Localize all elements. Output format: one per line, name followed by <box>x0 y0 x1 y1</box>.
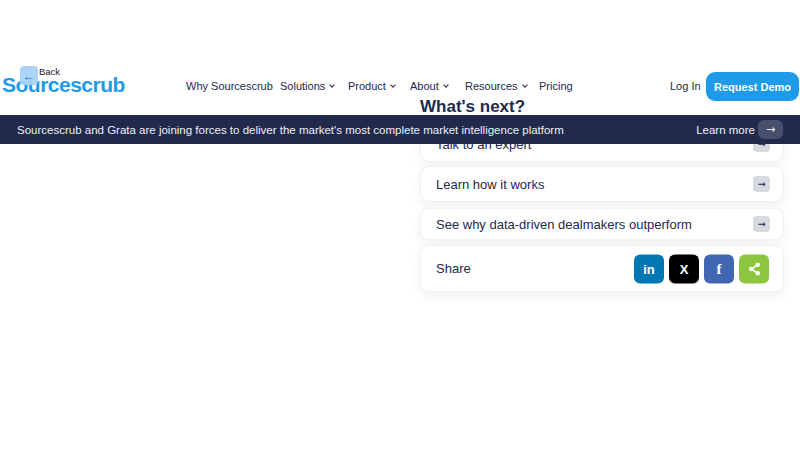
nav-item-pricing[interactable]: Pricing <box>539 80 573 92</box>
share-buttons: in X f <box>634 254 769 283</box>
linkedin-share-button[interactable]: in <box>634 254 664 283</box>
nav-item-solutions[interactable]: Solutions <box>280 80 334 92</box>
card-learn-how-it-works[interactable]: Learn how it works → <box>420 166 784 202</box>
learn-more-arrow-button[interactable]: → <box>758 120 783 139</box>
arrow-right-icon: → <box>758 178 766 189</box>
nav-item-resources[interactable]: Resources <box>465 80 527 92</box>
facebook-icon: f <box>717 260 722 277</box>
nav-item-label: Pricing <box>539 80 573 92</box>
share-card: Share in X f <box>420 245 784 292</box>
announcement-banner: Sourcescrub and Grata are joining forces… <box>0 115 800 144</box>
arrow-right-icon: → <box>766 123 775 136</box>
request-demo-button[interactable]: Request Demo <box>706 72 799 101</box>
arrow-right-button[interactable]: → <box>753 216 770 232</box>
share-nodes-icon <box>747 261 762 276</box>
learn-more-link[interactable]: Learn more <box>696 115 755 144</box>
chevron-down-icon <box>329 82 335 88</box>
nav-item-label: Product <box>348 80 386 92</box>
announcement-message: Sourcescrub and Grata are joining forces… <box>17 115 564 144</box>
x-twitter-share-button[interactable]: X <box>669 254 699 283</box>
arrow-right-button[interactable]: → <box>753 176 770 192</box>
nav-item-about[interactable]: About <box>410 80 448 92</box>
linkedin-icon: in <box>643 261 655 276</box>
facebook-share-button[interactable]: f <box>704 254 734 283</box>
arrow-left-icon: ← <box>23 69 35 83</box>
card-dealmakers-outperform[interactable]: See why data-driven dealmakers outperfor… <box>420 208 784 240</box>
nav-item-label: About <box>410 80 439 92</box>
chevron-down-icon <box>443 82 449 88</box>
card-label: Learn how it works <box>436 177 544 192</box>
x-twitter-icon: X <box>680 261 689 276</box>
chevron-down-icon <box>390 82 396 88</box>
back-label: Back <box>39 66 60 77</box>
generic-share-button[interactable] <box>739 254 769 283</box>
back-button[interactable]: ← <box>20 66 38 85</box>
header: Sourcescrub ← Back Why Sourcescrub Solut… <box>0 0 800 115</box>
login-link[interactable]: Log In <box>670 80 701 92</box>
chevron-down-icon <box>522 82 528 88</box>
share-label: Share <box>436 261 471 276</box>
nav-item-why-sourcescrub[interactable]: Why Sourcescrub <box>186 80 273 92</box>
nav-item-label: Why Sourcescrub <box>186 80 273 92</box>
nav-item-label: Solutions <box>280 80 325 92</box>
arrow-right-icon: → <box>758 218 766 229</box>
nav-item-label: Resources <box>465 80 518 92</box>
nav-item-product[interactable]: Product <box>348 80 395 92</box>
whats-next-heading: What's next? <box>420 97 525 117</box>
card-label: See why data-driven dealmakers outperfor… <box>436 217 692 232</box>
